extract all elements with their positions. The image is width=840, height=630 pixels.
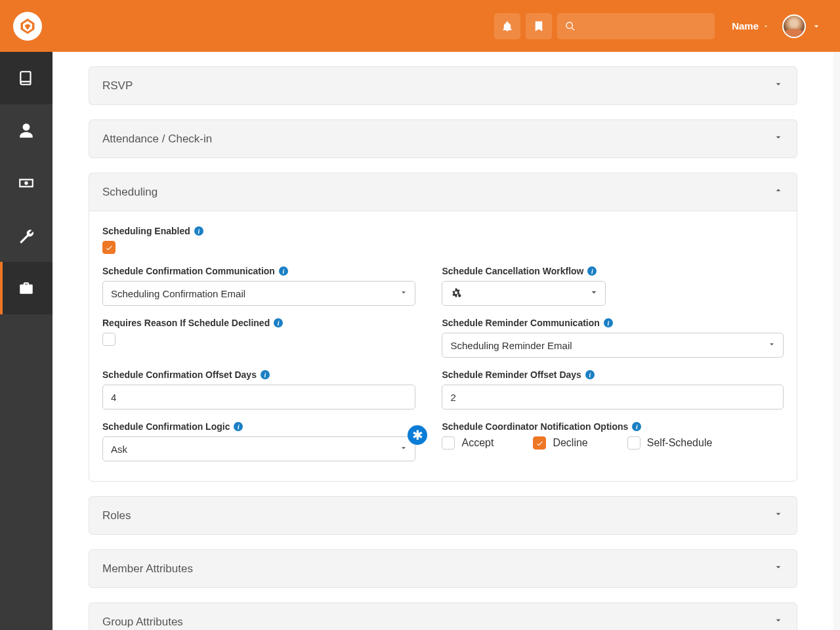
info-icon[interactable]: [274, 318, 283, 327]
panel-group-attributes: Group Attributes: [89, 602, 797, 630]
notifications-button[interactable]: [494, 13, 520, 39]
chevron-down-icon: [399, 444, 408, 455]
search-bar: [557, 13, 715, 39]
briefcase-icon: [18, 280, 35, 297]
coord-self-label: Self-Schedule: [647, 437, 713, 449]
panel-attendance-title: Attendance / Check-in: [102, 133, 212, 146]
nav-item-tools[interactable]: [0, 209, 52, 262]
chevron-down-icon: [811, 21, 822, 32]
caret-down-icon: [763, 20, 769, 32]
requires-reason-checkbox[interactable]: [102, 333, 116, 346]
chevron-down-icon: [767, 340, 776, 351]
reminder-comm-select[interactable]: Scheduling Reminder Email: [442, 333, 784, 358]
coord-accept-label: Accept: [461, 437, 494, 449]
cancel-workflow-label: Schedule Cancellation Workflow: [442, 266, 583, 276]
search-icon: [557, 13, 583, 39]
nav-item-finance[interactable]: [0, 157, 52, 209]
money-icon: [18, 175, 35, 192]
info-icon[interactable]: [632, 422, 641, 431]
user-avatar[interactable]: [782, 14, 806, 38]
panel-member-attributes-header[interactable]: Member Attributes: [89, 550, 797, 587]
coord-self-checkbox[interactable]: [627, 436, 640, 450]
app-header: Name: [0, 0, 840, 52]
panel-scheduling-title: Scheduling: [102, 186, 158, 199]
panel-roles: Roles: [89, 496, 797, 535]
chevron-down-icon: [773, 132, 784, 146]
coord-decline-checkbox[interactable]: [533, 436, 546, 450]
info-icon[interactable]: [234, 422, 243, 431]
search-type-dropdown[interactable]: Name: [723, 13, 778, 39]
confirm-logic-select[interactable]: Ask: [102, 436, 415, 461]
info-icon[interactable]: [194, 226, 203, 236]
gear-icon: [450, 287, 462, 301]
panel-scheduling-body: Scheduling Enabled Schedule Confirmation…: [89, 211, 797, 481]
panel-scheduling-header[interactable]: Scheduling: [89, 173, 797, 211]
info-icon[interactable]: [604, 318, 613, 327]
panel-rsvp-header[interactable]: RSVP: [89, 67, 797, 104]
caret-down-icon: [589, 288, 598, 299]
info-icon[interactable]: [261, 370, 270, 379]
chevron-up-icon: [773, 185, 784, 199]
check-icon: [536, 439, 544, 448]
user-menu-toggle[interactable]: [806, 21, 827, 32]
bell-icon: [501, 20, 513, 32]
bookmark-icon: [533, 20, 545, 32]
search-type-label: Name: [732, 20, 759, 32]
info-icon[interactable]: [585, 370, 595, 379]
confirm-logic-label: Schedule Confirmation Logic: [102, 421, 230, 432]
panel-group-attributes-title: Group Attributes: [102, 616, 183, 629]
reminder-offset-input[interactable]: 2: [442, 385, 784, 410]
reminder-comm-value: Scheduling Reminder Email: [450, 340, 572, 351]
chevron-down-icon: [773, 79, 784, 93]
confirm-comm-value: Scheduling Confirmation Email: [111, 288, 245, 299]
panel-group-attributes-header[interactable]: Group Attributes: [89, 603, 797, 630]
panel-attendance-header[interactable]: Attendance / Check-in: [89, 120, 797, 158]
confirm-logic-value: Ask: [111, 444, 127, 455]
confirm-comm-select[interactable]: Scheduling Confirmation Email: [102, 281, 415, 306]
panel-scheduling: Scheduling Scheduling Enabled: [89, 173, 797, 482]
confirm-offset-label: Schedule Confirmation Offset Days: [102, 369, 257, 380]
main-content: RSVP Attendance / Check-in Scheduling Sc…: [52, 52, 833, 630]
reminder-offset-value: 2: [450, 392, 455, 403]
scheduling-enabled-label: Scheduling Enabled: [102, 226, 190, 236]
search-input[interactable]: [583, 13, 715, 39]
scheduling-enabled-checkbox[interactable]: [102, 241, 116, 254]
panel-roles-header[interactable]: Roles: [89, 497, 797, 534]
book-icon: [18, 70, 35, 87]
panel-rsvp-title: RSVP: [102, 79, 133, 93]
chevron-down-icon: [399, 288, 408, 299]
confirm-offset-value: 4: [111, 392, 116, 403]
requires-reason-label: Requires Reason If Schedule Declined: [102, 318, 270, 328]
panel-member-attributes: Member Attributes: [89, 549, 797, 588]
coord-notify-label: Schedule Coordinator Notification Option…: [442, 421, 628, 432]
chevron-down-icon: [773, 562, 784, 576]
info-icon[interactable]: [279, 266, 288, 276]
info-icon[interactable]: [587, 266, 597, 276]
panel-rsvp: RSVP: [89, 66, 797, 105]
nav-sidebar: [0, 52, 52, 630]
confirm-offset-input[interactable]: 4: [102, 385, 415, 410]
nav-item-people[interactable]: [0, 104, 52, 157]
bookmarks-button[interactable]: [526, 13, 552, 39]
person-icon: [18, 122, 35, 139]
confirm-comm-label: Schedule Confirmation Communication: [102, 266, 275, 276]
check-icon: [105, 243, 114, 252]
reminder-offset-label: Schedule Reminder Offset Days: [442, 369, 581, 380]
coord-decline-label: Decline: [553, 437, 587, 449]
panel-roles-title: Roles: [102, 509, 131, 522]
panel-member-attributes-title: Member Attributes: [102, 562, 193, 576]
svg-point-0: [458, 294, 461, 297]
app-logo: [13, 12, 42, 41]
chevron-down-icon: [773, 615, 784, 629]
nav-item-admin[interactable]: [0, 262, 52, 314]
reminder-comm-label: Schedule Reminder Communication: [442, 318, 599, 328]
cancel-workflow-select[interactable]: [442, 281, 606, 306]
panel-attendance: Attendance / Check-in: [89, 119, 797, 158]
coord-accept-checkbox[interactable]: [442, 436, 455, 450]
chevron-down-icon: [773, 509, 784, 522]
highlight-badge: [408, 425, 427, 445]
nav-item-docs[interactable]: [0, 52, 52, 104]
wrench-icon: [18, 227, 35, 244]
